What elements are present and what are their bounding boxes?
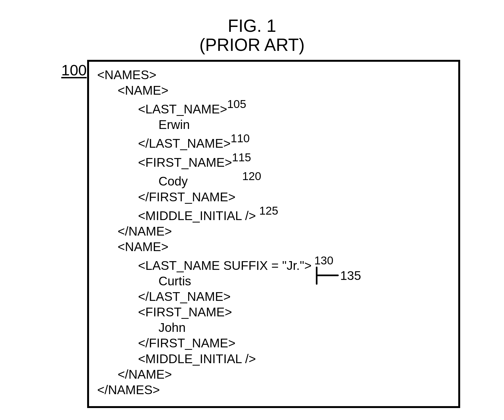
tag-name-close-2: </NAME> (97, 367, 333, 382)
tag-lastname-open-2-suffix: <LAST_NAME SUFFIX = "Jr.">130 (97, 255, 333, 273)
tag-firstname-close-1: </FIRST_NAME> (97, 189, 333, 205)
figure-title: FIG. 1 (PRIOR ART) (0, 16, 504, 55)
tag-name-open-2: <NAME> (97, 239, 333, 255)
figure-subtitle: (PRIOR ART) (0, 35, 504, 54)
ref-125: 125 (259, 204, 278, 217)
value-curtis: Curtis (97, 273, 333, 289)
tag-names-open: <NAMES> (97, 67, 333, 83)
tag-lastname-close-1: </LAST_NAME>110 (97, 132, 333, 151)
value-erwin: Erwin (97, 117, 333, 132)
value-john: John (97, 320, 333, 335)
ref-120: 120 (242, 170, 261, 183)
tag-name-close-1: </NAME> (97, 224, 333, 239)
tag-middle-initial-1: <MIDDLE_INITIAL />125 (97, 205, 333, 224)
ref-100: 100 (61, 61, 87, 79)
tag-lastname-open-1: <LAST_NAME>105 (97, 98, 333, 117)
ref-130: 130 (314, 254, 333, 267)
tag-name-open-1: <NAME> (97, 83, 333, 98)
figure-number: FIG. 1 (0, 16, 504, 35)
tag-text: <MIDDLE_INITIAL /> (138, 209, 256, 223)
ref-135: 135 (340, 268, 361, 283)
figure-page: FIG. 1 (PRIOR ART) 100 <NAMES> <NAME> <L… (0, 0, 504, 420)
tag-text: <LAST_NAME SUFFIX = "Jr."> (138, 258, 311, 273)
ref-105: 105 (227, 98, 246, 110)
tag-middle-initial-2: <MIDDLE_INITIAL /> (97, 351, 333, 367)
tag-names-close: </NAMES> (97, 382, 333, 398)
tag-firstname-close-2: </FIRST_NAME> (97, 335, 333, 351)
tag-lastname-close-2: </LAST_NAME> (97, 289, 333, 304)
value-cody: Cody120 (97, 170, 333, 189)
ref-115: 115 (232, 151, 251, 164)
xml-code: <NAMES> <NAME> <LAST_NAME>105 Erwin </LA… (97, 67, 333, 398)
value-text: Cody (158, 174, 188, 189)
xml-box: <NAMES> <NAME> <LAST_NAME>105 Erwin </LA… (87, 60, 460, 408)
tag-text: <FIRST_NAME> (138, 155, 232, 169)
tag-firstname-open-1: <FIRST_NAME>115 (97, 152, 333, 170)
tag-firstname-open-2: <FIRST_NAME> (97, 304, 333, 320)
ref-110: 110 (231, 132, 250, 145)
tag-text: </LAST_NAME> (138, 137, 231, 151)
tag-text: <LAST_NAME> (138, 102, 227, 116)
